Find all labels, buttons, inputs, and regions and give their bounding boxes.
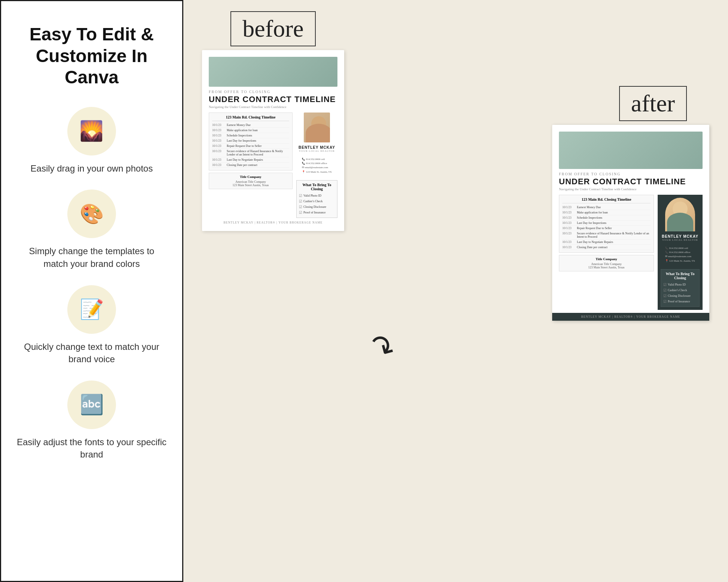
- title-company-box: Title Company American Title Company 123…: [209, 173, 293, 189]
- photos-icon: 🌄: [67, 107, 116, 155]
- feature-colors: 🎨 Simply change the templates to match y…: [16, 190, 167, 270]
- doc-main-title-after: UNDER CONTRACT TIMELINE: [559, 177, 703, 187]
- title-company-address-after: 123 Main Street Austin, Texas: [562, 266, 651, 269]
- arrow-section: ↷: [359, 11, 404, 571]
- contact-cell-after: 📞 914.552.0000 cell: [665, 246, 695, 250]
- feature-text: 📝 Quickly change text to match your bran…: [16, 285, 167, 366]
- title-company-header: Title Company: [212, 175, 289, 179]
- list-item: ☑ Cashier's Check: [299, 198, 335, 204]
- agent-name-box-after: BENTLEY MCKAY YOUR LOCAL REALTOR: [662, 234, 698, 241]
- contact-address: 📍 123 Main St. Austin, TX: [302, 170, 332, 174]
- table-row: 10/1/23 Secure evidence of Hazard Insura…: [212, 149, 289, 157]
- table-row: 10/1/23 Schedule Inspections: [212, 133, 289, 138]
- what-bring-to-closing-title: What To Bring To Closing: [663, 272, 697, 280]
- what-to-bring-title: What To Bring To Closing: [299, 183, 335, 191]
- list-item: ☑ Proof of Insurance: [663, 299, 697, 304]
- title-company-name: American Title Company: [212, 180, 289, 184]
- list-item: ☑ Cashier's Check: [663, 287, 697, 293]
- colors-icon: 🎨: [67, 190, 116, 238]
- main-title: Easy To Edit & Customize In Canva: [16, 24, 167, 88]
- doc-subtitle: Navigating the Under Contract Timeline w…: [209, 105, 337, 109]
- doc-right-column-dark: BENTLEY MCKAY YOUR LOCAL REALTOR 📞 914.5…: [658, 195, 703, 310]
- contact-cell: 📞 914.552.0000 cell: [302, 157, 332, 161]
- feature-photos-text: Easily drag in your own photos: [31, 162, 153, 175]
- list-item: ☑ Proof of Insurance: [299, 210, 335, 215]
- list-item: ☑ Valid Photo ID: [663, 282, 697, 287]
- agent-photo-after: [665, 198, 695, 231]
- doc-main-title: UNDER CONTRACT TIMELINE: [209, 95, 337, 104]
- table-row: 10/1/23 Earnest Money Due: [562, 205, 651, 210]
- timeline-box-after: 123 Main Rd. Closing Timeline 10/1/23 Ea…: [559, 195, 654, 253]
- doc-body: 123 Main Rd. Closing Timeline 10/1/23 Ea…: [209, 113, 337, 218]
- table-row: 10/1/23 Schedule Inspections: [562, 215, 651, 221]
- doc-top-label-after: FROM OFFER TO CLOSING: [559, 172, 703, 176]
- agent-contact: 📞 914.552.0000 cell 📞 914.552.0000 offic…: [302, 157, 332, 174]
- what-to-bring-box-dark: What To Bring To Closing ☑ Valid Photo I…: [661, 269, 700, 307]
- table-row: 10/1/23 Closing Date per contract: [562, 245, 651, 250]
- title-company-address: 123 Main Street Austin, Texas: [212, 184, 289, 187]
- feature-fonts: 🔤 Easily adjust the fonts to your specif…: [16, 381, 167, 461]
- timeline-box: 123 Main Rd. Closing Timeline 10/1/23 Ea…: [209, 113, 293, 170]
- feature-colors-text: Simply change the templates to match you…: [16, 245, 167, 270]
- agent-name-box: BENTLEY MCKAY YOUR LOCAL REALTOR: [299, 145, 335, 153]
- timeline-header-after: 123 Main Rd. Closing Timeline: [562, 197, 651, 203]
- table-row: 10/1/23 Earnest Money Due: [212, 123, 289, 128]
- right-panel: before FROM OFFER TO CLOSING UNDER CONTR…: [183, 0, 728, 582]
- before-document-card: FROM OFFER TO CLOSING UNDER CONTRACT TIM…: [202, 50, 344, 231]
- list-item: ☑ Closing Disclosure: [299, 204, 335, 210]
- what-to-bring-box: What To Bring To Closing ☑ Valid Photo I…: [296, 180, 337, 218]
- title-company-name-after: American Title Company: [562, 262, 651, 266]
- table-row: 10/1/23 Make application for loan: [212, 128, 289, 133]
- timeline-header: 123 Main Rd. Closing Timeline: [212, 115, 289, 121]
- text-icon: 📝: [67, 285, 116, 334]
- contact-office: 📞 914.552.0000 office: [302, 161, 332, 166]
- before-section: before FROM OFFER TO CLOSING UNDER CONTR…: [195, 11, 352, 571]
- table-row: 10/1/23 Make application for loan: [562, 210, 651, 215]
- contact-email: ✉ email@realestate.com: [302, 166, 332, 170]
- feature-photos: 🌄 Easily drag in your own photos: [31, 107, 153, 175]
- agent-name: BENTLEY MCKAY: [299, 145, 335, 150]
- left-panel: Easy To Edit & Customize In Canva 🌄 Easi…: [0, 0, 183, 582]
- table-row: 10/1/23 Last Day to Negotiate Repairs: [212, 157, 289, 163]
- title-company-box-after: Title Company American Title Company 123…: [559, 255, 654, 271]
- table-row: 10/1/23 Repair Request Due to Seller: [212, 144, 289, 149]
- list-item: ☑ Closing Disclosure: [663, 293, 697, 299]
- contact-email-after: ✉ email@realestate.com: [665, 255, 695, 259]
- table-row: 10/1/23 Last Day for Inspections: [562, 221, 651, 226]
- after-label: after: [619, 86, 687, 121]
- doc-right-column: BENTLEY MCKAY YOUR LOCAL REALTOR 📞 914.5…: [296, 113, 337, 218]
- hero-image-before: [209, 57, 337, 87]
- table-row: 10/1/23 Last Day for Inspections: [212, 138, 289, 144]
- before-label: before: [230, 11, 315, 46]
- contact-office-after: 📞 914.552.0000 office: [665, 250, 695, 255]
- list-item: ☑ Valid Photo ID: [299, 193, 335, 198]
- feature-text-label: Quickly change text to match your brand …: [16, 341, 167, 366]
- agent-name-after: BENTLEY MCKAY: [662, 234, 698, 238]
- after-document-card: FROM OFFER TO CLOSING UNDER CONTRACT TIM…: [552, 125, 709, 321]
- feature-fonts-text: Easily adjust the fonts to your specific…: [16, 436, 167, 461]
- table-row: 10/1/23 Repair Request Due to Seller: [562, 226, 651, 231]
- table-row: 10/1/23 Closing Date per contract: [212, 163, 289, 168]
- agent-contact-after: 📞 914.552.0000 cell 📞 914.552.0000 offic…: [665, 246, 695, 263]
- hero-image-after: [559, 132, 703, 169]
- table-row: 10/1/23 Secure evidence of Hazard Insura…: [562, 231, 651, 240]
- doc-subtitle-after: Navigating the Under Contract Timeline w…: [559, 187, 703, 191]
- agent-title: YOUR LOCAL REALTOR: [299, 150, 335, 153]
- fonts-icon: 🔤: [67, 381, 116, 429]
- doc-top-label: FROM OFFER TO CLOSING: [209, 90, 337, 94]
- doc-footer: BENTLEY MCKAY | REALTOR® | YOUR BROKERAG…: [209, 221, 337, 224]
- table-row: 10/1/23 Last Day to Negotiate Repairs: [562, 240, 651, 245]
- contact-address-after: 📍 123 Main St. Austin, TX: [665, 259, 695, 263]
- doc-left-column: 123 Main Rd. Closing Timeline 10/1/23 Ea…: [209, 113, 293, 218]
- agent-title-after: YOUR LOCAL REALTOR: [662, 238, 698, 241]
- title-company-header-after: Title Company: [562, 257, 651, 261]
- curved-arrow-icon: ↷: [362, 326, 401, 368]
- agent-photo: [304, 113, 330, 142]
- doc-body-after: 123 Main Rd. Closing Timeline 10/1/23 Ea…: [559, 195, 703, 310]
- doc-left-column-after: 123 Main Rd. Closing Timeline 10/1/23 Ea…: [559, 195, 654, 310]
- doc-footer-after: BENTLEY MCKAY | REALTOR® | YOUR BROKERAG…: [552, 313, 709, 321]
- after-section: after FROM OFFER TO CLOSING UNDER CONTRA…: [412, 11, 717, 571]
